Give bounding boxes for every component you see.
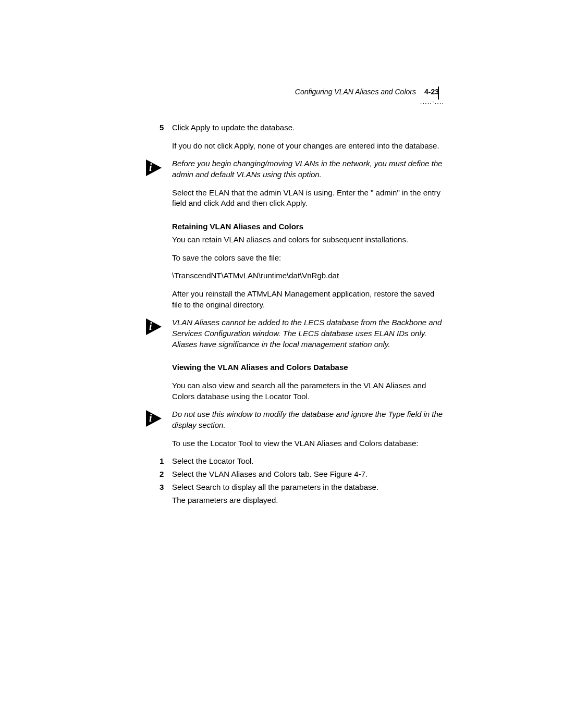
step-number: 5 [160,122,164,133]
info-play-icon: i [146,318,162,335]
svg-marker-4 [146,410,162,427]
list-number: 1 [160,456,164,467]
list-item-1: 1 Select the Locator Tool. [172,456,443,467]
body-content: 5 Click Apply to update the database. If… [172,122,443,513]
info-play-icon: i [146,410,162,427]
view-p1: You can also view and search all the par… [172,380,443,402]
heading-retaining: Retaining VLAN Aliases and Colors [172,221,443,232]
svg-text:i: i [149,162,152,173]
info-note-2: i VLAN Aliases cannot be added to the LE… [172,317,443,350]
retain-p1: You can retain VLAN aliases and colors f… [172,235,443,245]
svg-marker-0 [146,159,162,176]
list-item-1-text: Select the Locator Tool. [172,456,254,465]
list-item-3b: The parameters are displayed. [172,495,443,506]
list-item-2-text: Select the VLAN Aliases and Colors tab. … [172,470,368,478]
note-1-text: Before you begin changing/moving VLANs i… [172,159,443,179]
info-note-1: i Before you begin changing/moving VLANs… [172,158,443,180]
step-5: 5 Click Apply to update the database. [172,122,443,133]
info-play-icon: i [146,159,162,176]
paragraph-after-note1: Select the ELAN that the admin VLAN is u… [172,188,443,209]
info-note-3: i Do not use this window to modify the d… [172,409,443,430]
list-item-2: 2 Select the VLAN Aliases and Colors tab… [172,469,443,480]
step-5-text: Click Apply to update the database. [172,123,295,132]
step-5-detail: If you do not click Apply, none of your … [172,141,443,152]
header-title: Configuring VLAN Aliases and Colors [295,88,416,96]
retain-path: \TranscendNT\ATMvLAN\runtime\dat\VnRgb.d… [172,270,443,281]
retain-p2: To save the colors save the file: [172,253,443,264]
list-number: 2 [160,469,164,480]
list-item-3: 3 Select Search to display all the param… [172,482,443,493]
running-header: Configuring VLAN Aliases and Colors 4-23 [126,88,439,96]
header-rule [438,87,439,100]
retain-p3: After you reinstall the ATMvLAN Manageme… [172,289,443,310]
svg-text:i: i [149,320,152,332]
note-2-text: VLAN Aliases cannot be added to the LECS… [172,318,442,348]
list-number: 3 [160,482,164,493]
svg-marker-2 [146,318,162,335]
note-3-text: Do not use this window to modify the dat… [172,410,443,429]
heading-viewing: Viewing the VLAN Aliases and Colors Data… [172,362,443,373]
view-p2: To use the Locator Tool to view the VLAN… [172,438,443,449]
page: Configuring VLAN Aliases and Colors 4-23… [0,0,563,728]
list-item-3-text: Select Search to display all the paramet… [172,483,378,491]
header-page-number: 4-23 [424,88,439,96]
svg-text:i: i [149,412,152,424]
header-dots: ·········· [420,99,444,107]
